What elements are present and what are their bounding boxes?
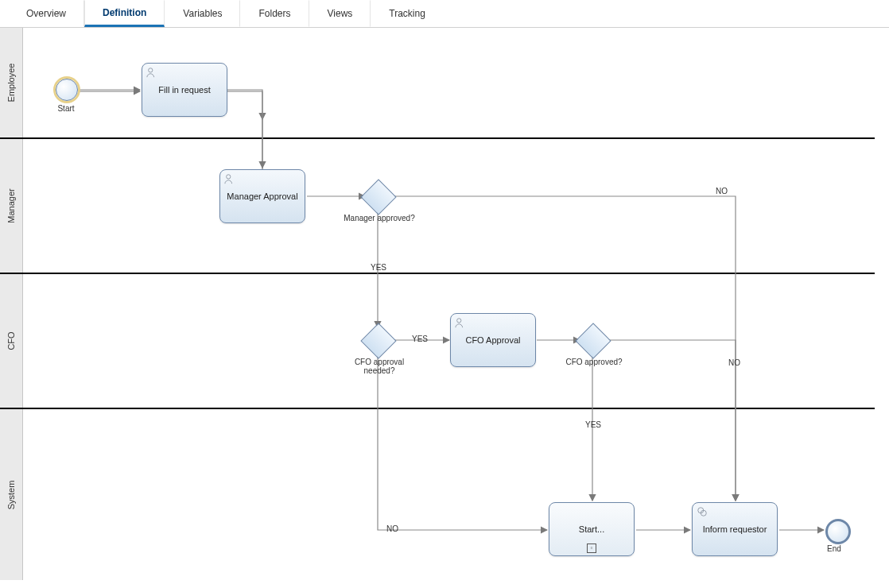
tab-variables[interactable]: Variables xyxy=(165,0,240,27)
task-label: CFO Approval xyxy=(465,335,520,345)
svg-point-1 xyxy=(227,175,231,179)
edge-label-no: NO xyxy=(386,524,398,533)
swimlane-handle[interactable]: Manager xyxy=(0,139,23,273)
swimlane-label-system: System xyxy=(6,480,16,509)
task-label: Start... xyxy=(579,524,604,534)
end-event-label: End xyxy=(827,544,841,553)
user-task-icon xyxy=(224,173,235,187)
tab-tracking[interactable]: Tracking xyxy=(371,0,444,27)
tab-folders[interactable]: Folders xyxy=(240,0,309,27)
swimlane-employee: Employee xyxy=(0,28,875,139)
gateway-label: CFO approval needed? xyxy=(344,358,415,375)
edge-label-yes: YES xyxy=(412,335,428,343)
edge-label-yes: YES xyxy=(585,420,601,429)
gateway-label: CFO approved? xyxy=(558,358,630,366)
start-event[interactable] xyxy=(56,79,78,101)
task-manager-approval[interactable]: Manager Approval xyxy=(219,169,305,223)
edge-label-no: NO xyxy=(716,187,728,195)
user-task-icon xyxy=(146,67,157,80)
swimlane-label-manager: Manager xyxy=(6,188,16,222)
gateway-label: Manager approved? xyxy=(344,214,415,222)
subprocess-start[interactable]: Start... ▫ xyxy=(549,502,635,556)
task-label: Fill in request xyxy=(158,85,210,95)
service-task-icon xyxy=(697,506,708,520)
end-event[interactable] xyxy=(825,519,851,544)
task-label: Manager Approval xyxy=(227,191,297,201)
swimlane-handle[interactable]: System xyxy=(0,409,23,580)
svg-point-0 xyxy=(149,68,153,72)
swimlane-handle[interactable]: Employee xyxy=(0,28,23,137)
user-task-icon xyxy=(455,317,466,331)
swimlane-handle[interactable]: CFO xyxy=(0,274,23,408)
start-event-label: Start xyxy=(54,104,78,113)
swimlane-manager: Manager xyxy=(0,139,875,274)
task-label: Inform requestor xyxy=(703,524,767,534)
swimlane-cfo: CFO xyxy=(0,274,875,409)
svg-point-2 xyxy=(457,319,461,323)
swimlane-label-employee: Employee xyxy=(6,64,16,103)
expand-subprocess-icon[interactable]: ▫ xyxy=(587,544,596,553)
swimlane-label-cfo: CFO xyxy=(6,331,16,350)
bpmn-canvas[interactable]: Employee Manager CFO System xyxy=(0,28,875,580)
edge-label-no: NO xyxy=(728,358,740,367)
tab-definition[interactable]: Definition xyxy=(84,0,165,27)
task-inform-requestor[interactable]: Inform requestor xyxy=(692,502,778,556)
task-fill-in-request[interactable]: Fill in request xyxy=(142,63,227,117)
tab-bar: Overview Definition Variables Folders Vi… xyxy=(0,0,889,28)
tab-overview[interactable]: Overview xyxy=(8,0,84,27)
tab-views[interactable]: Views xyxy=(309,0,371,27)
edge-label-yes: YES xyxy=(371,263,386,272)
task-cfo-approval[interactable]: CFO Approval xyxy=(450,313,536,367)
